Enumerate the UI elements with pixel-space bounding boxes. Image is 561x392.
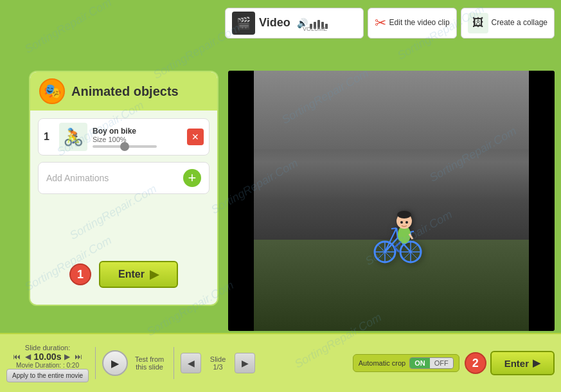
toggle-on-button[interactable]: ON (410, 358, 430, 368)
edit-clip-label: Edit the video clip (389, 18, 450, 28)
create-collage-label: Create a collage (492, 18, 548, 28)
character-sprite (372, 206, 423, 273)
autocrop-label: Automatic crop (359, 359, 405, 367)
bottom-enter-group: 2 Enter ▶ (465, 351, 555, 375)
circle-num-2: 2 (465, 352, 486, 374)
duration-value: 10.00s (34, 352, 62, 362)
bottom-enter-label: Enter (504, 358, 529, 369)
slide-info-label: Slide (205, 355, 231, 363)
panel-body: 1 🚴 Boy on bike Size 100% ✕ Add Animatio… (30, 111, 217, 305)
toggle-off-button[interactable]: OFF (430, 358, 453, 368)
panel-header: 🎭 Animated objects (30, 72, 217, 111)
next-next-btn[interactable]: ⏭ (73, 352, 84, 361)
slide-duration-label: Slide duration: (25, 344, 70, 352)
slide-duration-section: Slide duration: ⏮ ◀ 10.00s ▶ ⏭ Movie Dur… (6, 344, 89, 382)
video-section: 🎬 Video 🔊 VOLUME (225, 8, 364, 39)
prev-btn[interactable]: ◀ (24, 352, 32, 361)
apply-all-button[interactable]: Apply to the entire movie (6, 369, 89, 382)
video-icon: 🎬 (232, 12, 255, 35)
prev-slide-button[interactable]: ◀ (181, 353, 201, 373)
movie-duration: Movie Duration: : 0:20 (16, 362, 79, 369)
bottom-right: Automatic crop ON OFF 2 Enter ▶ (353, 351, 555, 375)
panel-header-icon: 🎭 (39, 78, 65, 104)
next-btn[interactable]: ▶ (63, 352, 71, 361)
anim-number: 1 (44, 131, 54, 143)
volume-text: VOLUME (303, 26, 327, 32)
duration-controls: ⏮ ◀ 10.00s ▶ ⏭ (12, 352, 84, 362)
svg-point-21 (405, 221, 408, 224)
slider-row (93, 145, 182, 148)
add-animations-row: Add Animations + (38, 162, 209, 194)
svg-line-23 (395, 242, 401, 247)
video-label: Video (259, 16, 290, 30)
bottom-enter-button[interactable]: Enter ▶ (490, 351, 555, 375)
anim-name: Boy on bike (93, 127, 182, 136)
sky-area (254, 71, 529, 149)
anim-info: Boy on bike Size 100% (93, 127, 182, 148)
toggle-group: ON OFF (409, 357, 454, 369)
panel-enter-label: Enter (118, 269, 145, 280)
panel-enter-button[interactable]: Enter ▶ (99, 261, 178, 288)
top-toolbar: 🎬 Video 🔊 VOLUME ✂ Edit the video clip 🖼… (225, 5, 555, 40)
slide-info-section: Slide 1/3 (205, 355, 231, 371)
play-button[interactable]: ▶ (102, 350, 128, 376)
play-icon: ▶ (111, 357, 119, 370)
scissors-icon: ✂ (375, 15, 386, 31)
video-bar-left (228, 71, 254, 331)
separator-2 (174, 347, 174, 379)
animation-item: 1 🚴 Boy on bike Size 100% ✕ (38, 118, 209, 156)
enter-arrow-icon: ▶ (150, 267, 159, 281)
cyclist-svg (372, 206, 423, 263)
anim-preview: 🚴 (59, 123, 87, 151)
autocrop-section: Automatic crop ON OFF (353, 354, 459, 372)
svg-point-20 (400, 221, 403, 224)
test-label: Test fromthis slide (132, 355, 167, 371)
next-slide-button[interactable]: ▶ (235, 353, 255, 373)
size-slider[interactable] (93, 145, 157, 148)
slide-num: 1/3 (205, 363, 231, 371)
bottom-enter-arrow-icon: ▶ (533, 357, 540, 369)
video-preview (228, 71, 555, 331)
panel-enter-row: 1 Enter ▶ (38, 252, 209, 297)
add-animation-button[interactable]: + (183, 169, 201, 187)
delete-animation-button[interactable]: ✕ (187, 129, 204, 145)
edit-clip-button[interactable]: ✂ Edit the video clip (368, 8, 457, 39)
video-bar-right (529, 71, 555, 331)
main-container: SortingRepair.Com SortingRepair.Com Sort… (0, 0, 561, 392)
circle-num-1: 1 (69, 263, 91, 285)
panel-spacer (38, 200, 209, 252)
separator-1 (95, 347, 96, 379)
add-animations-label: Add Animations (46, 173, 109, 183)
create-collage-button[interactable]: 🖼 Create a collage (461, 8, 555, 39)
test-label-text: Test fromthis slide (135, 355, 164, 371)
svg-line-12 (396, 228, 398, 238)
prev-prev-btn[interactable]: ⏮ (12, 352, 22, 361)
left-panel: 🎭 Animated objects 1 🚴 Boy on bike Size … (29, 71, 218, 306)
collage-icon: 🖼 (468, 13, 488, 33)
video-inner (228, 71, 555, 331)
panel-title: Animated objects (71, 84, 179, 99)
svg-point-19 (397, 211, 411, 218)
svg-line-16 (391, 228, 396, 229)
bottom-bar: Slide duration: ⏮ ◀ 10.00s ▶ ⏭ Movie Dur… (0, 333, 561, 392)
